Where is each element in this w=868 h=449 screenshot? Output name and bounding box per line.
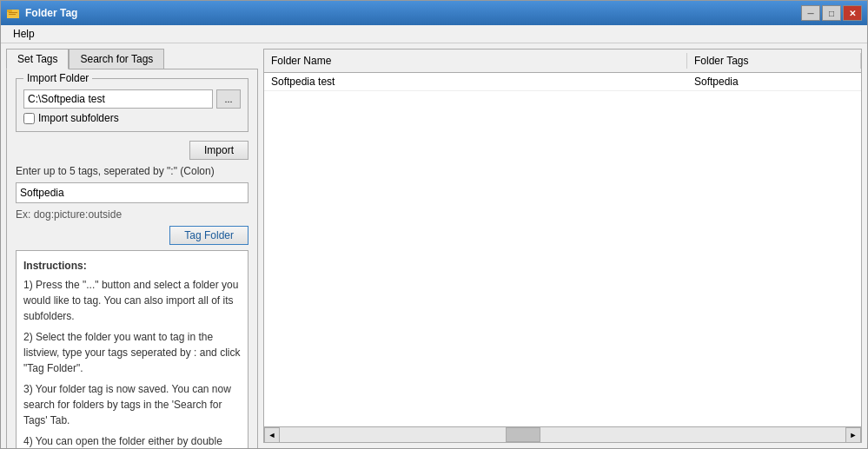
- tabs: Set Tags Search for Tags: [6, 49, 258, 69]
- table-row[interactable]: Softpedia test Softpedia: [264, 73, 861, 91]
- minimize-button[interactable]: ─: [801, 5, 820, 21]
- instruction-step-4: 4) You can open the folder either by dou…: [23, 433, 241, 448]
- svg-rect-2: [7, 10, 12, 12]
- horizontal-scrollbar: ◄ ►: [264, 426, 861, 442]
- import-subfolders-row: Import subfolders: [23, 112, 241, 124]
- import-folder-title: Import Folder: [23, 72, 92, 84]
- import-folder-group: Import Folder ... Import subfolders: [16, 78, 248, 132]
- tabs-container: Set Tags Search for Tags Import Folder .…: [6, 49, 258, 448]
- right-panel: Folder Name Folder Tags Softpedia test S…: [263, 49, 862, 443]
- import-path-row: ...: [23, 89, 241, 109]
- tags-instruction: Enter up to 5 tags, seperated by ":" (Co…: [16, 165, 248, 177]
- tab-content: Import Folder ... Import subfolders Impo…: [6, 69, 258, 448]
- col-header-folder-name: Folder Name: [264, 53, 687, 69]
- title-bar: Folder Tag ─ □ ✕: [1, 1, 867, 25]
- scroll-track[interactable]: [280, 427, 845, 442]
- import-subfolders-label: Import subfolders: [38, 112, 119, 124]
- window-title: Folder Tag: [25, 7, 77, 19]
- table-header: Folder Name Folder Tags: [264, 50, 861, 73]
- main-window: Folder Tag ─ □ ✕ Help Set Tags Search fo…: [0, 0, 868, 449]
- import-path-input[interactable]: [23, 89, 213, 109]
- tab-set-tags[interactable]: Set Tags: [6, 49, 69, 69]
- browse-button[interactable]: ...: [216, 89, 241, 109]
- instructions-box: Instructions: 1) Press the "..." button …: [16, 250, 248, 448]
- main-content: Set Tags Search for Tags Import Folder .…: [1, 43, 867, 448]
- tab-search-for-tags[interactable]: Search for Tags: [69, 49, 164, 69]
- import-btn-row: Import: [16, 141, 248, 160]
- title-controls: ─ □ ✕: [801, 5, 862, 21]
- tag-folder-button[interactable]: Tag Folder: [169, 226, 248, 245]
- instruction-step-1: 1) Press the "..." button and select a f…: [23, 277, 241, 324]
- import-button[interactable]: Import: [189, 141, 248, 160]
- scroll-right-button[interactable]: ►: [845, 427, 861, 443]
- tags-input[interactable]: [16, 182, 248, 203]
- maximize-button[interactable]: □: [822, 5, 841, 21]
- tags-example: Ex: dog:picture:outside: [16, 208, 248, 221]
- instructions-title: Instructions:: [23, 258, 241, 274]
- instruction-step-2: 2) Select the folder you want to tag in …: [23, 329, 241, 376]
- import-subfolders-checkbox[interactable]: [23, 113, 35, 124]
- col-header-folder-tags: Folder Tags: [687, 53, 861, 69]
- menu-bar: Help: [1, 25, 867, 43]
- cell-folder-tags: Softpedia: [687, 73, 861, 90]
- menu-item-help[interactable]: Help: [8, 26, 40, 42]
- tag-folder-btn-row: Tag Folder: [16, 226, 248, 245]
- instruction-step-3: 3) Your folder tag is now saved. You can…: [23, 381, 241, 428]
- scroll-left-button[interactable]: ◄: [264, 427, 280, 443]
- svg-rect-4: [9, 14, 16, 15]
- svg-rect-3: [9, 12, 17, 13]
- app-icon: [6, 6, 20, 20]
- cell-folder-name: Softpedia test: [264, 73, 687, 90]
- left-panel: Set Tags Search for Tags Import Folder .…: [6, 49, 258, 443]
- table-body: Softpedia test Softpedia: [264, 73, 861, 426]
- close-button[interactable]: ✕: [843, 5, 862, 21]
- title-bar-left: Folder Tag: [6, 6, 77, 20]
- scroll-thumb[interactable]: [506, 427, 540, 442]
